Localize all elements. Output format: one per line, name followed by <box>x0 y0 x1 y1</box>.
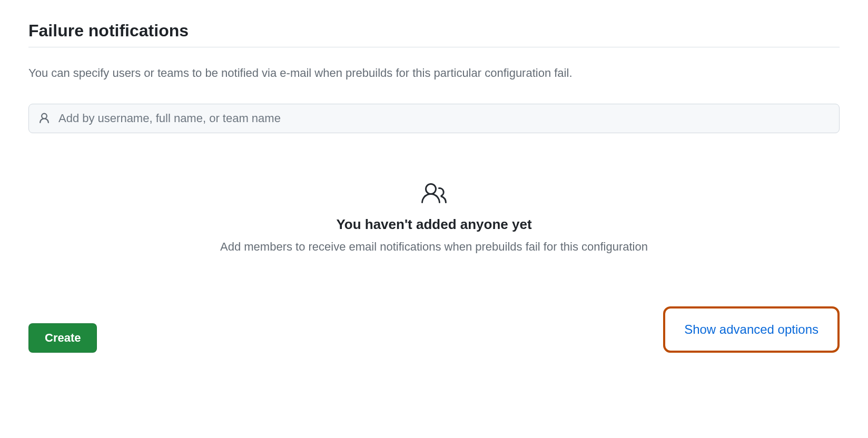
people-icon <box>421 181 447 206</box>
section-description: You can specify users or teams to be not… <box>28 64 840 82</box>
show-advanced-options-link[interactable]: Show advanced options <box>684 322 818 336</box>
empty-state-title: You haven't added anyone yet <box>28 216 840 233</box>
user-input-wrapper <box>28 104 840 133</box>
empty-state-subtitle: Add members to receive email notificatio… <box>28 240 840 254</box>
person-icon <box>38 112 51 125</box>
advanced-options-highlight: Show advanced options <box>663 306 840 353</box>
empty-state: You haven't added anyone yet Add members… <box>28 181 840 254</box>
add-user-input[interactable] <box>28 104 840 133</box>
footer-row: Create Show advanced options <box>28 306 840 353</box>
create-button[interactable]: Create <box>28 323 97 353</box>
section-title: Failure notifications <box>28 21 840 47</box>
